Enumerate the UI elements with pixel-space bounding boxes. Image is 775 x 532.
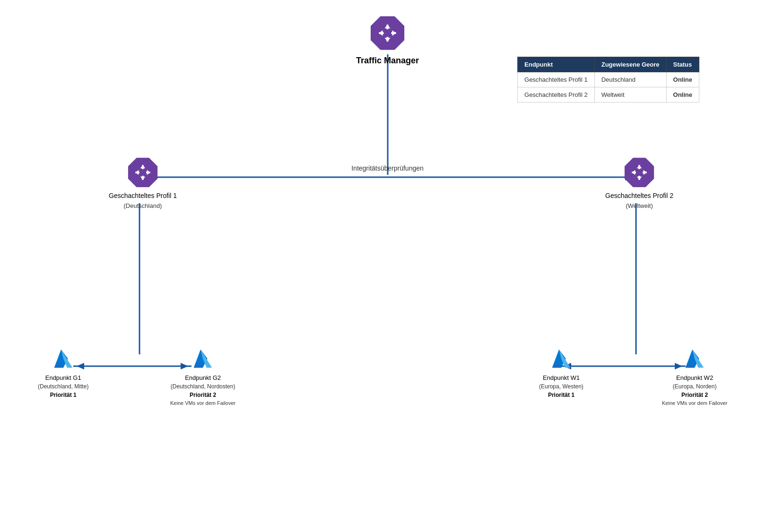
svg-rect-25 — [142, 176, 144, 180]
svg-rect-18 — [379, 32, 383, 34]
endpoint-g1-sub: (Deutschland, Mitte) — [38, 383, 88, 390]
table-cell-status: Online — [666, 87, 699, 103]
integrity-label: Integritätsüberprüfungen — [351, 164, 424, 172]
table-cell-endpoint: Geschachteltes Profil 1 — [518, 72, 595, 87]
endpoint-w1-sub: (Europa, Westen) — [539, 383, 583, 390]
endpoint-g2: Endpunkt G2 (Deutschland, Nordosten) Pri… — [170, 345, 235, 406]
profile-1-icon — [126, 156, 159, 189]
profile-1-label: Geschachteltes Profil 1 — [109, 192, 177, 199]
profile-1-node: Geschachteltes Profil 1 (Deutschland) — [109, 156, 177, 209]
endpoint-g2-priority: Priorität 2 — [190, 392, 216, 398]
azure-icon-w2 — [681, 345, 708, 372]
diagram-container: Traffic Manager Endpunkt Zugewiesene Geo… — [0, 0, 775, 532]
table-row: Geschachteltes Profil 2 Weltweit Online — [518, 87, 699, 103]
endpoint-w2-priority: Priorität 2 — [681, 392, 708, 398]
azure-icon-w1 — [548, 345, 575, 372]
endpoint-g1-label: Endpunkt G1 — [45, 374, 81, 381]
table-row: Geschachteltes Profil 1 Deutschland Onli… — [518, 72, 699, 87]
svg-rect-36 — [632, 172, 636, 173]
endpoint-w1: Endpunkt W1 (Europa, Westen) Priorität 1 — [539, 345, 583, 398]
svg-rect-27 — [135, 172, 139, 173]
endpoint-g2-sub: (Deutschland, Nordosten) — [171, 383, 235, 390]
svg-rect-34 — [638, 176, 640, 180]
svg-rect-32 — [638, 165, 640, 169]
table-header-status: Status — [666, 57, 699, 72]
svg-marker-30 — [625, 158, 653, 187]
table-header-endpoint: Endpunkt — [518, 57, 595, 72]
svg-rect-16 — [386, 37, 388, 42]
endpoint-w1-priority: Priorität 1 — [548, 392, 575, 398]
endpoint-g2-note: Keine VMs vor dem Failover — [170, 400, 235, 406]
azure-icon-g1 — [50, 345, 77, 372]
profile-2-label: Geschachteltes Profil 2 — [605, 192, 673, 199]
endpoint-g1-priority: Priorität 1 — [50, 392, 77, 398]
table-cell-endpoint: Geschachteltes Profil 2 — [518, 87, 595, 103]
table-header-geo: Zugewiesene Geore — [594, 57, 666, 72]
svg-marker-12 — [371, 17, 404, 50]
endpoint-w2-sub: (Europa, Norden) — [673, 383, 717, 390]
profile-1-sub: (Deutschland) — [124, 202, 162, 209]
traffic-manager-icon — [368, 14, 406, 52]
endpoint-w2: Endpunkt W2 (Europa, Norden) Priorität 2… — [662, 345, 727, 406]
endpoint-g2-label: Endpunkt G2 — [185, 374, 221, 381]
endpoint-w2-note: Keine VMs vor dem Failover — [662, 400, 727, 406]
profile-2-icon — [623, 156, 656, 189]
traffic-manager-node: Traffic Manager — [356, 14, 419, 66]
status-table: Endpunkt Zugewiesene Geore Status Gescha… — [517, 57, 699, 103]
endpoint-g1: Endpunkt G1 (Deutschland, Mitte) Priorit… — [38, 345, 88, 398]
svg-rect-14 — [386, 25, 388, 29]
svg-rect-38 — [643, 172, 647, 173]
table-cell-geo: Weltweit — [594, 87, 666, 103]
svg-rect-29 — [146, 172, 150, 173]
profile-2-sub: (Weltweit) — [626, 202, 653, 209]
svg-rect-23 — [142, 165, 144, 169]
table-cell-status: Online — [666, 72, 699, 87]
svg-rect-20 — [391, 32, 396, 34]
endpoint-w1-label: Endpunkt W1 — [543, 374, 580, 381]
azure-icon-g2 — [189, 345, 217, 372]
profile-2-node: Geschachteltes Profil 2 (Weltweit) — [605, 156, 673, 209]
svg-marker-21 — [128, 158, 157, 187]
table-cell-geo: Deutschland — [594, 72, 666, 87]
traffic-manager-label: Traffic Manager — [356, 56, 419, 66]
endpoint-w2-label: Endpunkt W2 — [676, 374, 713, 381]
